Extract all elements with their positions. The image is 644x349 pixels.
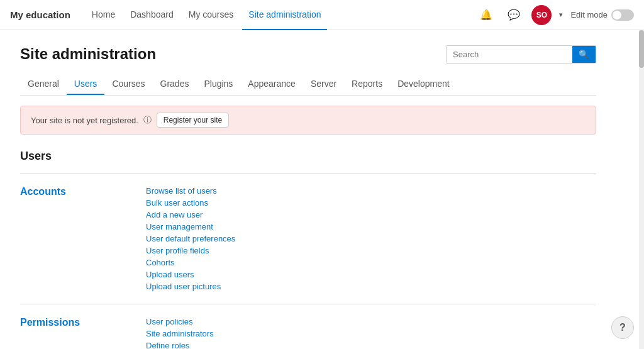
link-browse-list-of-users[interactable]: Browse list of users [146,186,235,196]
link-user-profile-fields[interactable]: User profile fields [146,246,235,255]
edit-mode-toggle[interactable] [611,9,634,21]
navbar: My education HomeDashboardMy coursesSite… [0,0,644,30]
link-upload-user-pictures[interactable]: Upload user pictures [146,282,235,291]
alert-message: Your site is not yet registered. [31,116,138,125]
link-user-policies[interactable]: User policies [146,317,257,326]
section-label-accounts: Accounts [20,186,146,291]
nav-link-my-courses[interactable]: My courses [182,0,240,30]
alert-banner: Your site is not yet registered. ⓘ Regis… [20,106,596,135]
sub-tabs: GeneralUsersCoursesGradesPluginsAppearan… [20,74,596,96]
alert-help-icon[interactable]: ⓘ [143,114,152,126]
nav-links: HomeDashboardMy coursesSite administrati… [86,0,477,30]
page-title: Site administration [20,45,156,63]
search-input[interactable] [447,46,572,63]
tab-appearance[interactable]: Appearance [240,74,303,95]
link-cohorts[interactable]: Cohorts [146,258,235,267]
nav-link-site-administration[interactable]: Site administration [242,0,327,30]
tab-users[interactable]: Users [67,74,105,95]
link-user-default-preferences[interactable]: User default preferences [146,234,235,243]
section-permissions: PermissionsUser policiesSite administrat… [20,304,596,349]
tab-plugins[interactable]: Plugins [196,74,240,95]
notification-bell-button[interactable]: 🔔 [476,5,496,25]
chat-button[interactable]: 💬 [504,5,524,25]
page-header: Site administration 🔍 [20,45,596,64]
tab-grades[interactable]: Grades [153,74,197,95]
section-label-permissions: Permissions [20,317,146,349]
scrollbar-thumb[interactable] [639,30,644,68]
search-icon: 🔍 [579,50,589,59]
link-upload-users[interactable]: Upload users [146,270,235,279]
section-accounts: AccountsBrowse list of usersBulk user ac… [20,173,596,304]
link-site-administrators[interactable]: Site administrators [146,329,257,338]
scrollbar-track[interactable] [639,30,644,349]
page-wrapper: Site administration 🔍 GeneralUsersCourse… [0,30,616,349]
tab-server[interactable]: Server [303,74,344,95]
tab-reports[interactable]: Reports [344,74,390,95]
edit-mode-label: Edit mode [570,10,608,19]
register-site-button[interactable]: Register your site [157,113,229,128]
nav-link-home[interactable]: Home [86,0,121,30]
nav-link-dashboard[interactable]: Dashboard [124,0,180,30]
tab-general[interactable]: General [20,74,67,95]
search-box: 🔍 [446,45,596,64]
search-button[interactable]: 🔍 [572,46,596,63]
edit-mode-container: Edit mode [570,9,634,21]
content-grid: AccountsBrowse list of usersBulk user ac… [20,173,596,349]
brand: My education [10,9,70,20]
section-links-accounts: Browse list of usersBulk user actionsAdd… [146,186,235,291]
avatar-dropdown-icon: ▾ [559,11,563,19]
tab-development[interactable]: Development [390,74,457,95]
link-add-a-new-user[interactable]: Add a new user [146,210,235,219]
avatar[interactable]: SO [531,5,552,25]
link-define-roles[interactable]: Define roles [146,341,257,349]
link-user-management[interactable]: User management [146,222,235,231]
section-links-permissions: User policiesSite administratorsDefine r… [146,317,257,349]
users-section-title: Users [20,150,596,163]
help-button[interactable]: ? [611,316,634,339]
link-bulk-user-actions[interactable]: Bulk user actions [146,198,235,208]
tab-courses[interactable]: Courses [104,74,152,95]
navbar-right: 🔔 💬 SO ▾ Edit mode [476,5,634,25]
